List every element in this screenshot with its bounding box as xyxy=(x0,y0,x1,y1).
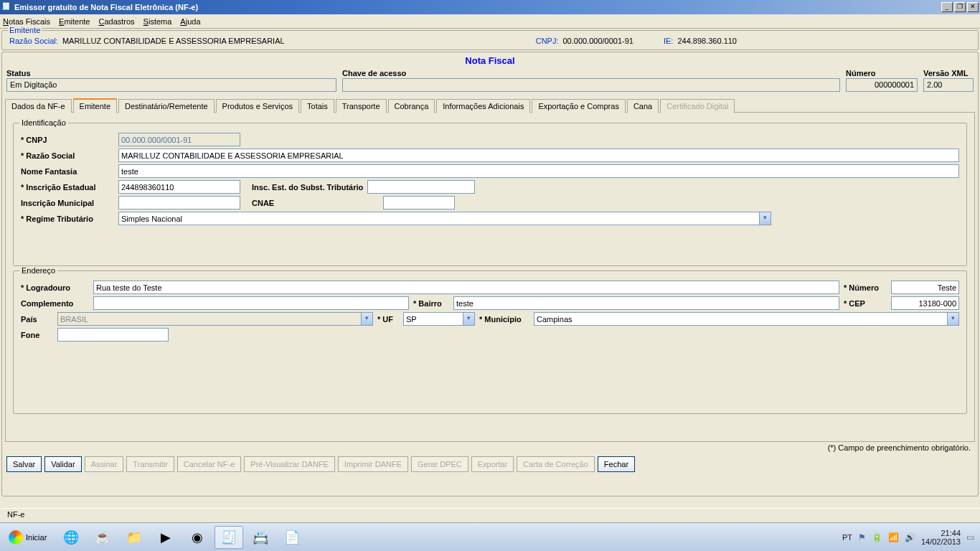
municipio-select[interactable]: Campinas ▾ xyxy=(534,312,959,326)
cancelar-nfe-button: Cancelar NF-e xyxy=(177,456,242,472)
taskbar-chrome-icon[interactable]: ◉ xyxy=(183,526,212,549)
assinar-button: Assinar xyxy=(85,456,124,472)
statusbar: NF-e xyxy=(0,508,980,522)
status-label: Status xyxy=(6,69,336,77)
tab-totais[interactable]: Totais xyxy=(301,99,334,113)
tab-dados-nfe[interactable]: Dados da NF-e xyxy=(5,99,72,113)
logradouro-field[interactable] xyxy=(93,281,839,294)
taskbar-java-icon[interactable]: ☕ xyxy=(88,526,117,549)
tab-cobranca[interactable]: Cobrança xyxy=(388,99,435,113)
section-title: Nota Fiscal xyxy=(5,54,975,69)
transmitir-button: Transmitir xyxy=(126,456,174,472)
regime-select[interactable]: Simples Nacional ▾ xyxy=(118,212,771,225)
versao-value: 2.00 xyxy=(923,78,974,92)
endereco-legend: Endereço xyxy=(19,266,57,275)
tray-network-icon[interactable]: 📶 xyxy=(888,532,899,542)
tab-info-adicionais[interactable]: Informações Adicionais xyxy=(436,99,530,113)
identificacao-legend: Identificação xyxy=(19,118,68,127)
windows-orb-icon xyxy=(9,530,23,545)
regime-value: Simples Nacional xyxy=(121,215,182,223)
chave-value xyxy=(342,78,840,92)
fone-field[interactable] xyxy=(57,328,169,342)
tab-certificado: Certificado Digital xyxy=(660,99,735,113)
tab-produtos[interactable]: Produtos e Serviços xyxy=(216,99,299,113)
ie-field[interactable] xyxy=(118,180,240,194)
emitente-summary-panel: Emitente Razão Social: MARILLUZ CONTABIL… xyxy=(1,30,979,50)
app-icon: 🧾 xyxy=(1,2,11,12)
bairro-field[interactable] xyxy=(453,296,839,310)
taskbar-lang[interactable]: PT xyxy=(842,533,852,542)
minimize-button[interactable]: _ xyxy=(941,2,953,12)
fieldset-identificacao: Identificação * CNPJ * Razão Social Nome… xyxy=(13,123,967,266)
required-note: (*) Campo de preenchimento obrigatório. xyxy=(5,442,975,453)
numero-label: Número xyxy=(846,69,918,77)
taskbar-clock[interactable]: 21:44 14/02/2013 xyxy=(921,529,961,546)
menu-cadastros[interactable]: Cadastros xyxy=(98,17,134,26)
regime-field-label: * Regime Tributário xyxy=(21,215,114,223)
taskbar: Iniciar 🌐 ☕ 📁 ▶ ◉ 🧾 📇 📄 PT ⚑ 🔋 📶 🔊 21:44… xyxy=(0,522,980,551)
tab-emitente[interactable]: Emitente xyxy=(73,98,117,113)
close-button[interactable]: ✕ xyxy=(967,2,979,12)
cnpj-field-label: * CNPJ xyxy=(21,136,114,144)
titlebar: 🧾 Emissor gratuito de Nota Fiscal Eletrô… xyxy=(0,0,980,14)
action-buttons: Salvar Validar Assinar Transmitir Cancel… xyxy=(5,453,975,474)
chevron-down-icon: ▾ xyxy=(759,212,771,225)
maximize-button[interactable]: ❐ xyxy=(954,2,966,12)
menu-sistema[interactable]: Sistema xyxy=(143,17,172,26)
show-desktop-icon[interactable]: ▭ xyxy=(966,532,974,542)
tray-flag-icon[interactable]: ⚑ xyxy=(858,532,866,542)
cnae-field-label: CNAE xyxy=(252,199,274,207)
cnae-field[interactable] xyxy=(383,196,455,209)
tab-body-emitente: Identificação * CNPJ * Razão Social Nome… xyxy=(5,112,975,442)
chevron-down-icon: ▾ xyxy=(361,313,372,325)
razao-field-label: * Razão Social xyxy=(21,151,114,160)
emitente-legend: Emitente xyxy=(8,26,42,34)
numero-end-field[interactable] xyxy=(891,281,959,294)
taskbar-media-icon[interactable]: ▶ xyxy=(151,526,180,549)
carta-correcao-button: Carta de Correção xyxy=(517,456,595,472)
iest-field-label: Insc. Est. do Subst. Tributário xyxy=(252,183,363,192)
fechar-button[interactable]: Fechar xyxy=(598,456,635,472)
cep-field[interactable] xyxy=(891,296,959,310)
taskbar-ie-icon[interactable]: 🌐 xyxy=(57,526,85,549)
menu-emitente[interactable]: Emitente xyxy=(59,17,90,26)
fantasia-field-label: Nome Fantasia xyxy=(21,167,114,176)
numero-value: 000000001 xyxy=(846,78,918,92)
pais-select: BRASIL ▾ xyxy=(57,312,373,326)
taskbar-word-icon[interactable]: 📄 xyxy=(278,526,306,549)
taskbar-app2-icon[interactable]: 📇 xyxy=(246,526,275,549)
iest-field[interactable] xyxy=(367,180,475,194)
start-button[interactable]: Iniciar xyxy=(1,526,54,549)
bairro-label: * Bairro xyxy=(413,299,449,308)
tab-destinatario[interactable]: Destinatário/Remetente xyxy=(118,99,215,113)
cep-label: * CEP xyxy=(844,299,887,308)
start-label: Iniciar xyxy=(26,533,47,542)
im-field[interactable] xyxy=(118,196,240,209)
cnpj-label: CNPJ: xyxy=(536,37,559,45)
uf-select[interactable]: SP ▾ xyxy=(403,312,475,326)
menu-ajuda[interactable]: Ajuda xyxy=(180,17,200,26)
tray-battery-icon[interactable]: 🔋 xyxy=(872,532,882,542)
validar-button[interactable]: Validar xyxy=(44,456,81,472)
razao-field[interactable] xyxy=(118,149,959,162)
statusbar-text: NF-e xyxy=(7,510,24,519)
taskbar-time: 21:44 xyxy=(921,529,961,537)
razao-social-value: MARILLUZ CONTABILIDADE E ASSESSORIA EMPR… xyxy=(62,37,285,45)
cnpj-value: 00.000.000/0001-91 xyxy=(562,37,633,45)
cnpj-field xyxy=(118,133,240,146)
tab-cana[interactable]: Cana xyxy=(627,99,659,113)
taskbar-nfe-icon[interactable]: 🧾 xyxy=(215,526,243,549)
tray-volume-icon[interactable]: 🔊 xyxy=(905,532,915,542)
pais-value: BRASIL xyxy=(60,315,88,324)
menu-notas-fiscais[interactable]: Notas Fiscais xyxy=(3,17,50,26)
fieldset-endereco: Endereço * Logradouro * Número Complemen… xyxy=(13,270,967,414)
salvar-button[interactable]: Salvar xyxy=(6,456,42,472)
fantasia-field[interactable] xyxy=(118,164,959,178)
taskbar-explorer-icon[interactable]: 📁 xyxy=(120,526,149,549)
versao-label: Versão XML xyxy=(923,69,974,77)
tab-exportacao[interactable]: Exportação e Compras xyxy=(532,99,626,113)
taskbar-date: 14/02/2013 xyxy=(921,537,961,546)
ie-value: 244.898.360.110 xyxy=(677,37,737,45)
complemento-field[interactable] xyxy=(93,296,409,310)
tab-transporte[interactable]: Transporte xyxy=(336,99,387,113)
